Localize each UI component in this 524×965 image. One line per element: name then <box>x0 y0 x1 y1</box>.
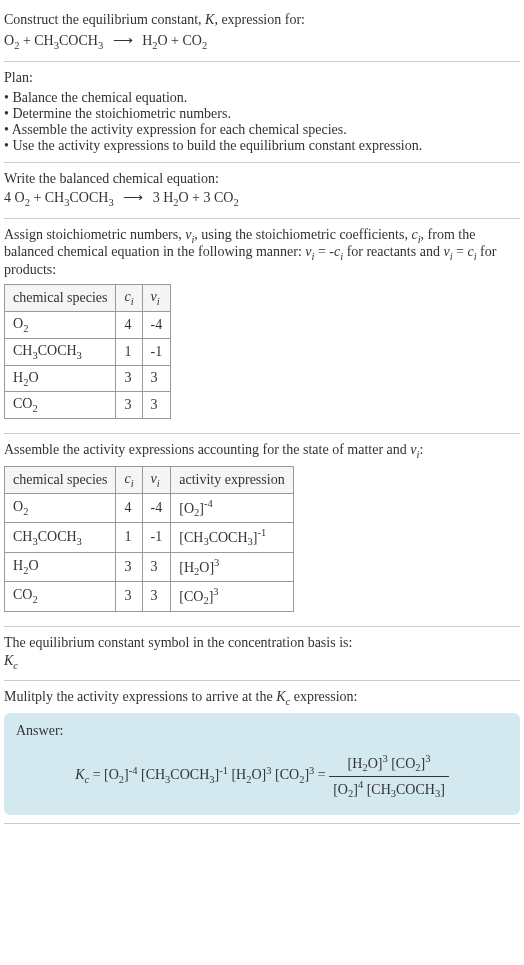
plan-title: Plan: <box>4 70 520 86</box>
plan-item: • Determine the stoichiometric numbers. <box>4 106 520 122</box>
assign-table: chemical species ci νi O2 4 -4 CH3COCH3 … <box>4 284 171 419</box>
balanced-equation: 4 O2 + CH3COCH3 ⟶ 3 H2O + 3 CO2 <box>4 189 520 208</box>
plan-item: • Assemble the activity expression for e… <box>4 122 520 138</box>
cell-species: CO2 <box>5 582 116 611</box>
multiply-title: Mulitply the activity expressions to arr… <box>4 689 520 707</box>
assemble-section: Assemble the activity expressions accoun… <box>4 434 520 626</box>
col-vi: νi <box>142 466 171 493</box>
cell-ci: 4 <box>116 493 142 522</box>
cell-ci: 1 <box>116 338 142 365</box>
assign-section: Assign stoichiometric numbers, νi, using… <box>4 219 520 435</box>
symbol-section: The equilibrium constant symbol in the c… <box>4 627 520 682</box>
header-equation: O2 + CH3COCH3 ⟶ H2O + CO2 <box>4 32 520 51</box>
cell-ci: 3 <box>116 365 142 392</box>
plan-section: Plan: • Balance the chemical equation. •… <box>4 62 520 163</box>
denominator: [O2]4 [CH3COCH3] <box>329 777 449 799</box>
table-row: H2O 3 3 <box>5 365 171 392</box>
table-row: CH3COCH3 1 -1 [CH3COCH3]-1 <box>5 523 294 552</box>
header-section: Construct the equilibrium constant, K, e… <box>4 4 520 62</box>
col-activity: activity expression <box>171 466 293 493</box>
header-text: Construct the equilibrium constant, K, e… <box>4 12 305 27</box>
cell-species: CH3COCH3 <box>5 523 116 552</box>
cell-species: CO2 <box>5 392 116 419</box>
cell-species: H2O <box>5 365 116 392</box>
cell-vi: -4 <box>142 311 171 338</box>
cell-vi: 3 <box>142 582 171 611</box>
plan-item: • Balance the chemical equation. <box>4 90 520 106</box>
table-row: H2O 3 3 [H2O]3 <box>5 552 294 581</box>
cell-vi: 3 <box>142 392 171 419</box>
cell-activity: [H2O]3 <box>171 552 293 581</box>
multiply-section: Mulitply the activity expressions to arr… <box>4 681 520 824</box>
assemble-title: Assemble the activity expressions accoun… <box>4 442 520 460</box>
cell-ci: 3 <box>116 582 142 611</box>
cell-activity: [CH3COCH3]-1 <box>171 523 293 552</box>
cell-ci: 3 <box>116 552 142 581</box>
table-header-row: chemical species ci νi <box>5 285 171 312</box>
table-row: CO2 3 3 [CO2]3 <box>5 582 294 611</box>
cell-species: CH3COCH3 <box>5 338 116 365</box>
col-ci: ci <box>116 466 142 493</box>
col-species: chemical species <box>5 285 116 312</box>
table-row: O2 4 -4 [O2]-4 <box>5 493 294 522</box>
assign-text: Assign stoichiometric numbers, νi, using… <box>4 227 520 279</box>
numerator: [H2O]3 [CO2]3 <box>329 753 449 776</box>
balanced-section: Write the balanced chemical equation: 4 … <box>4 163 520 219</box>
col-species: chemical species <box>5 466 116 493</box>
cell-vi: 3 <box>142 365 171 392</box>
cell-ci: 1 <box>116 523 142 552</box>
table-row: O2 4 -4 <box>5 311 171 338</box>
table-row: CO2 3 3 <box>5 392 171 419</box>
cell-vi: -1 <box>142 523 171 552</box>
cell-activity: [CO2]3 <box>171 582 293 611</box>
cell-vi: -4 <box>142 493 171 522</box>
balanced-title: Write the balanced chemical equation: <box>4 171 520 187</box>
plan-list: • Balance the chemical equation. • Deter… <box>4 90 520 154</box>
answer-box: Answer: Kc = [O2]-4 [CH3COCH3]-1 [H2O]3 … <box>4 713 520 815</box>
assemble-table: chemical species ci νi activity expressi… <box>4 466 294 612</box>
answer-equation: Kc = [O2]-4 [CH3COCH3]-1 [H2O]3 [CO2]3 =… <box>16 747 508 805</box>
cell-ci: 3 <box>116 392 142 419</box>
cell-vi: -1 <box>142 338 171 365</box>
fraction: [H2O]3 [CO2]3 [O2]4 [CH3COCH3] <box>329 753 449 799</box>
col-ci: ci <box>116 285 142 312</box>
cell-vi: 3 <box>142 552 171 581</box>
table-header-row: chemical species ci νi activity expressi… <box>5 466 294 493</box>
cell-species: O2 <box>5 311 116 338</box>
answer-label: Answer: <box>16 723 508 739</box>
plan-item: • Use the activity expressions to build … <box>4 138 520 154</box>
cell-species: H2O <box>5 552 116 581</box>
cell-species: O2 <box>5 493 116 522</box>
symbol-value: Kc <box>4 653 520 671</box>
symbol-title: The equilibrium constant symbol in the c… <box>4 635 520 651</box>
cell-ci: 4 <box>116 311 142 338</box>
table-row: CH3COCH3 1 -1 <box>5 338 171 365</box>
col-vi: νi <box>142 285 171 312</box>
cell-activity: [O2]-4 <box>171 493 293 522</box>
header-prompt: Construct the equilibrium constant, K, e… <box>4 12 520 28</box>
